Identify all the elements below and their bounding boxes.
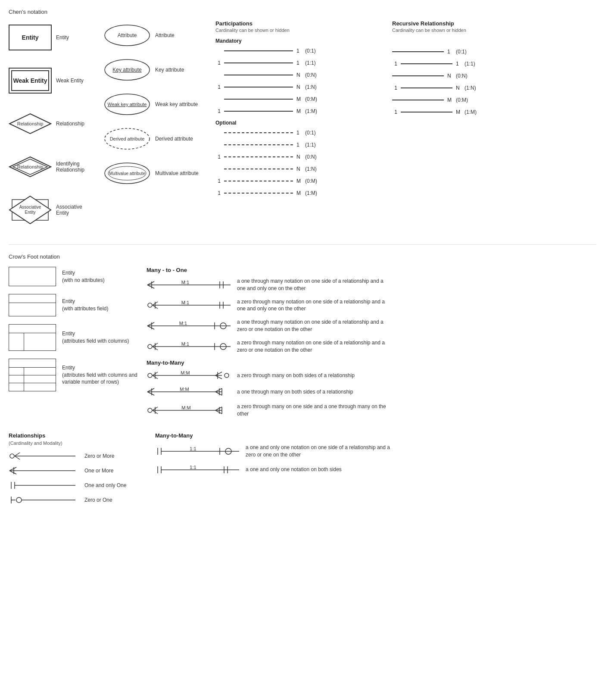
p-dash-line xyxy=(224,181,293,181)
attribute-label: Attribute xyxy=(155,32,175,38)
mm-desc2: a one through many on both sides of a re… xyxy=(237,388,353,396)
relationship-label: Relationship xyxy=(56,121,84,127)
weak-key-attr-row: Weak key attribute Weak key attribute xyxy=(103,89,203,119)
cf-entity-attrs-shape xyxy=(9,294,56,316)
p-line xyxy=(224,62,293,63)
weak-key-attribute-label: Weak key attribute xyxy=(155,101,198,107)
r-row-2: 1 1 (1:1) xyxy=(392,59,596,69)
chens-attrs-col: Attribute Attribute Key attribute Key at… xyxy=(103,20,203,188)
rels-legend: Relationships (Cardinality and Modality)… xyxy=(9,432,147,509)
m1-line1: M:1 xyxy=(147,280,233,290)
svg-text:M:1: M:1 xyxy=(179,321,187,326)
p-dash-line xyxy=(224,144,293,145)
p-row-o4: N (1:N) xyxy=(215,164,384,174)
11-line2: 1:1 xyxy=(155,465,241,475)
relationship-shape: Relationship xyxy=(9,113,52,134)
p-line xyxy=(224,75,293,75)
p-row-m2: 1 1 (1:1) xyxy=(215,58,384,68)
r-row-6: 1 M (1:M) xyxy=(392,107,596,117)
cf-entity-simple-label: Entity(with no attributes) xyxy=(62,269,105,284)
rl-zero-one-label: Zero or One xyxy=(84,497,112,503)
svg-text:Attribute: Attribute xyxy=(118,32,137,38)
svg-text:M:M: M:M xyxy=(180,387,189,392)
svg-point-110 xyxy=(16,497,22,503)
svg-line-74 xyxy=(147,392,154,395)
key-attr-row: Key attribute Key attribute xyxy=(103,55,203,85)
p-dash-line xyxy=(224,193,293,194)
svg-text:M:M: M:M xyxy=(181,370,190,375)
svg-text:M:1: M:1 xyxy=(181,300,189,305)
chens-assoc-row: Associative Entity Associative Entity xyxy=(9,193,95,227)
rl-one-more-label: One or More xyxy=(84,468,113,474)
cf-entity-varrows-row: Entity(attributes field with columns and… xyxy=(9,359,138,391)
derived-attr-row: Derived attribute Derived attribute xyxy=(103,124,203,154)
svg-line-69 xyxy=(215,375,222,379)
svg-line-102 xyxy=(9,471,16,474)
bottom-layout: Relationships (Cardinality and Modality)… xyxy=(9,432,596,509)
chens-identifying-row: Relationship Identifying Relationship xyxy=(9,150,95,184)
mm-row3: M:M a zero through many on one side and … xyxy=(147,403,596,418)
svg-text:Key attribute: Key attribute xyxy=(112,67,142,73)
p-row-o6: 1 M (1:M) xyxy=(215,188,384,198)
svg-text:M:1: M:1 xyxy=(181,280,189,285)
svg-line-67 xyxy=(215,372,222,375)
svg-point-83 xyxy=(148,408,152,412)
mm-row1: M:M a zero through many on both sides of… xyxy=(147,370,596,381)
weak-entity-label: Weak Entity xyxy=(56,78,84,84)
chens-weak-entity-row: Weak Entity Weak Entity xyxy=(9,63,95,98)
rl-one-only-row: One and only One xyxy=(9,480,147,491)
rels-legend-subtitle: (Cardinality and Modality) xyxy=(9,441,147,446)
rl-one-only-line xyxy=(9,480,78,491)
svg-text:Relationship: Relationship xyxy=(17,164,44,169)
participations-col: Participations Cardinality can be shown … xyxy=(203,20,384,200)
p-row-m6: 1 M (1:M) xyxy=(215,106,384,116)
r-row-5: M (0:M) xyxy=(392,95,596,105)
p-row-o1: 1 (0:1) xyxy=(215,128,384,138)
svg-line-78 xyxy=(215,388,222,392)
entity-shape: Entity xyxy=(9,25,52,50)
svg-point-60 xyxy=(148,373,152,378)
recursive-title: Recursive Relationship xyxy=(392,20,596,27)
m1-line3: M:1 xyxy=(147,321,233,331)
cf-entity-cols-row: Entity(attributes field with columns) xyxy=(9,324,138,351)
svg-text:Entity: Entity xyxy=(25,210,35,215)
rl-zero-more-label: Zero or More xyxy=(84,453,114,459)
p-row-m5: M (0:M) xyxy=(215,94,384,104)
svg-text:1:1: 1:1 xyxy=(190,465,196,470)
r-line xyxy=(401,88,452,88)
svg-line-92 xyxy=(215,410,222,414)
mm-desc1: a zero through many on both sides of a r… xyxy=(237,372,355,379)
svg-text:Relationship: Relationship xyxy=(17,121,44,126)
many-to-many2-title: Many-to-Many xyxy=(155,432,596,439)
rl-zero-one-row: Zero or One xyxy=(9,495,147,505)
cf-entity-simple-shape xyxy=(9,267,56,286)
p-row-m3: N (0:N) xyxy=(215,70,384,80)
svg-line-98 xyxy=(15,456,20,459)
cf-entity-cols-shape xyxy=(9,324,56,351)
chens-shapes-col: Entity Entity Weak Entity Weak Entity Re… xyxy=(9,20,95,227)
r-row-3: N (0:N) xyxy=(392,71,596,81)
cf-entity-attrs-label: Entity(with attributes field) xyxy=(62,298,108,312)
svg-text:M:M: M:M xyxy=(181,405,190,410)
m1-line2: M:1 xyxy=(147,300,233,310)
recursive-subtitle: Cardinality can be shown or hidden xyxy=(392,28,596,33)
many-to-many-title: Many-to-Many xyxy=(147,359,596,366)
r-row-1: 1 (0:1) xyxy=(392,47,596,57)
r-line xyxy=(392,100,444,100)
mm-row2: M:M a one through many on both sides of … xyxy=(147,387,596,397)
rl-zero-more-row: Zero or More xyxy=(9,451,147,461)
svg-line-96 xyxy=(15,453,20,456)
p-dash-line xyxy=(224,156,293,157)
weak-entity-shape: Weak Entity xyxy=(9,68,52,94)
svg-point-49 xyxy=(148,344,152,349)
r-line xyxy=(392,75,444,76)
cf-entity-attrs-row: Entity(with attributes field) xyxy=(9,294,138,316)
r-row-4: 1 N (1:N) xyxy=(392,83,596,93)
p-row-m4: 1 N (1:N) xyxy=(215,82,384,92)
chens-section: Chen's notation Entity Entity Weak Entit… xyxy=(9,9,596,227)
many-to-one-title: Many - to - One xyxy=(147,267,596,273)
chens-entity-row: Entity Entity xyxy=(9,20,95,55)
svg-line-39 xyxy=(147,322,154,326)
svg-text:M:1: M:1 xyxy=(181,341,189,347)
optional-label: Optional xyxy=(215,120,384,126)
